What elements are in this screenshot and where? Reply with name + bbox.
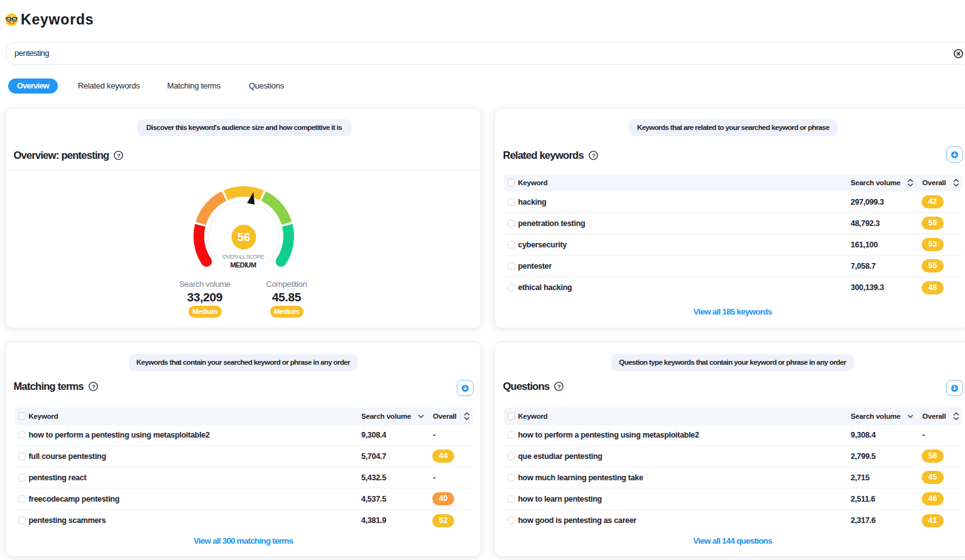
svg-text:56: 56: [237, 230, 251, 244]
svg-text:?: ?: [92, 383, 95, 390]
svg-text:?: ?: [592, 152, 596, 159]
svg-text:?: ?: [557, 383, 561, 390]
svg-text:?: ?: [117, 152, 121, 159]
